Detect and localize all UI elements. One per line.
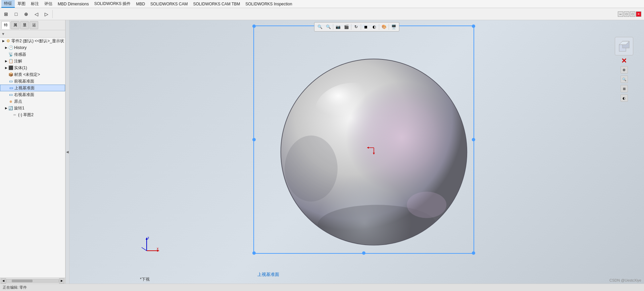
close-panel-btn[interactable]: ✕ (621, 57, 627, 64)
sensors-icon: 📡 (8, 52, 13, 57)
tree-item-sensors[interactable]: 📡 传感器 (0, 51, 65, 58)
filter-icon: ▼ (1, 32, 5, 36)
vp-movie-btn[interactable]: 🎬 (342, 23, 350, 31)
vp-rotate-btn[interactable]: 🔍 (324, 23, 332, 31)
sensors-arrow (4, 52, 8, 56)
right-plane-arrow (4, 93, 8, 97)
tab-motion[interactable]: 运 (30, 21, 38, 29)
vp-camera-btn[interactable]: 📷 (334, 23, 342, 31)
tree-item-sketch2[interactable]: ✏ (-) 草图2 (0, 111, 65, 118)
status-bar: 正在编辑: 零件 (0, 284, 644, 291)
sel-handle-br[interactable] (472, 251, 475, 255)
toolbar-btn-box[interactable]: □ (11, 9, 21, 19)
feature-tree[interactable]: ▶ ⚙ 零件2 (默认) <<默认>_显示状 ▶ 🕐 History 📡 传感器… (0, 38, 65, 278)
vp-sep2 (351, 24, 351, 30)
history-label: History (14, 45, 27, 50)
toolbar-btn-cross[interactable]: ⊕ (21, 9, 31, 19)
menu-item-annotate[interactable]: 标注 (28, 0, 42, 7)
tree-item-revolve1[interactable]: ▶ 🔄 旋转1 (0, 105, 65, 111)
revolve1-arrow: ▶ (4, 106, 8, 110)
filter-bar: ▼ (0, 30, 65, 38)
right-plane-label: 右视基准面 (14, 92, 34, 98)
solids-icon: ⬛ (8, 65, 13, 70)
vp-display-btn[interactable]: ◼ (362, 23, 370, 31)
right-side-btn2[interactable]: 🔍 (621, 76, 628, 83)
sel-handle-ml[interactable] (252, 138, 256, 141)
menu-item-sw-cam[interactable]: SOLIDWORKS CAM (148, 1, 190, 7)
root-icon: ⚙ (5, 38, 11, 44)
front-plane-arrow (4, 79, 8, 83)
svg-marker-10 (367, 147, 369, 149)
right-side-btn3[interactable]: ⊞ (621, 85, 628, 92)
solids-arrow: ▶ (4, 66, 8, 70)
origin-label: 原点 (14, 99, 22, 104)
material-label: 材质 <未指定> (14, 72, 40, 78)
watermark: CSDN @UestcXiye (609, 278, 641, 282)
sketch2-arrow (8, 113, 12, 117)
sel-handle-tr[interactable] (472, 25, 475, 28)
tree-item-material[interactable]: 📦 材质 <未指定> (0, 71, 65, 78)
close-button[interactable]: ✕ (636, 11, 641, 17)
viewport-toolbar: 🔍 🔍 📷 🎬 ↻ ◼ ◐ 🎨 🖥️ (314, 22, 399, 32)
menu-item-sw-cam-tbm[interactable]: SOLIDWORKS CAM TBM (190, 1, 243, 7)
annotations-label: 注解 (14, 58, 22, 64)
top-plane-arrow (4, 86, 8, 90)
scroll-right-arrow[interactable]: ▶ (59, 278, 64, 284)
right-plane-icon: ▭ (8, 92, 13, 97)
menu-item-features[interactable]: 特征 (1, 0, 15, 8)
collapse-handle[interactable]: ◀ (65, 20, 69, 284)
menu-item-mbd-dim[interactable]: MBD Dimensions (55, 1, 92, 7)
sensors-label: 传感器 (14, 52, 26, 57)
vp-search-btn[interactable]: 🔍 (316, 23, 324, 31)
maximize-button[interactable]: □ (630, 11, 635, 17)
menu-item-sketch[interactable]: 草图 (15, 0, 28, 7)
history-icon: 🕐 (8, 45, 13, 50)
vp-view-btn[interactable]: ↻ (352, 23, 360, 31)
vp-render-btn[interactable]: 🎨 (380, 23, 388, 31)
right-side-btn4[interactable]: ◐ (621, 94, 628, 102)
menu-item-sw-plugins[interactable]: SOLIDWORKS 插件 (92, 0, 134, 7)
minimize-button[interactable]: ─ (618, 11, 623, 17)
collapse-icon: ◀ (66, 150, 69, 154)
sel-handle-bl[interactable] (252, 251, 256, 255)
menu-item-mbd[interactable]: MBD (133, 1, 148, 7)
viewport[interactable]: 🔍 🔍 📷 🎬 ↻ ◼ ◐ 🎨 🖥️ (69, 20, 644, 284)
top-plane-label: 上视基准面 (14, 85, 35, 91)
front-plane-icon: ▭ (8, 79, 13, 84)
vp-shading-btn[interactable]: ◐ (370, 23, 378, 31)
view-cube-area (615, 37, 633, 55)
tree-item-solids[interactable]: ▶ ⬛ 实体(1) (0, 64, 65, 71)
vp-sep3 (361, 24, 361, 30)
tree-item-front-plane[interactable]: ▭ 前视基准面 (0, 78, 65, 85)
material-arrow (4, 72, 8, 77)
tree-item-annotations[interactable]: ▶ 📋 注解 (0, 58, 65, 64)
tab-property[interactable]: 属 (11, 21, 19, 29)
vp-monitor-btn[interactable]: 🖥️ (390, 23, 398, 31)
tree-item-right-plane[interactable]: ▭ 右视基准面 (0, 91, 65, 98)
coord-axes: z x (140, 236, 160, 254)
toolbar-btn-next[interactable]: ▷ (42, 9, 51, 19)
tree-item-top-plane[interactable]: ▭ 上视基准面 (0, 85, 65, 91)
plane-label: 上视基准面 (257, 272, 279, 278)
scroll-left-arrow[interactable]: ◀ (1, 278, 6, 284)
menu-item-evaluate[interactable]: 评估 (42, 0, 55, 7)
toolbar-btn-prev[interactable]: ◁ (32, 9, 41, 19)
svg-marker-12 (373, 153, 375, 154)
tab-features[interactable]: 特 (1, 21, 10, 29)
vp-sep5 (389, 24, 389, 30)
tab-display[interactable]: 显 (20, 21, 29, 29)
tree-item-history[interactable]: ▶ 🕐 History (0, 44, 65, 51)
origin-arrow (4, 99, 8, 103)
sel-handle-tl[interactable] (252, 25, 256, 28)
toolbar-btn-grid[interactable]: ⊞ (1, 9, 11, 19)
sel-handle-bm[interactable] (362, 251, 365, 255)
tree-item-origin[interactable]: ⊕ 原点 (0, 98, 65, 105)
left-panel-scrollbar[interactable]: ◀ ▶ (0, 278, 65, 284)
right-side-btn1[interactable]: ⚙ (621, 66, 628, 74)
tree-root[interactable]: ▶ ⚙ 零件2 (默认) <<默认>_显示状 (0, 38, 65, 44)
horizontal-scrollbar[interactable] (6, 279, 59, 283)
panel-tabs: 特 属 显 运 (0, 20, 65, 30)
restore-button[interactable]: □ (624, 11, 629, 17)
menu-item-sw-inspection[interactable]: SOLIDWORKS Inspection (243, 1, 295, 7)
crosshair-arrows (365, 140, 382, 157)
